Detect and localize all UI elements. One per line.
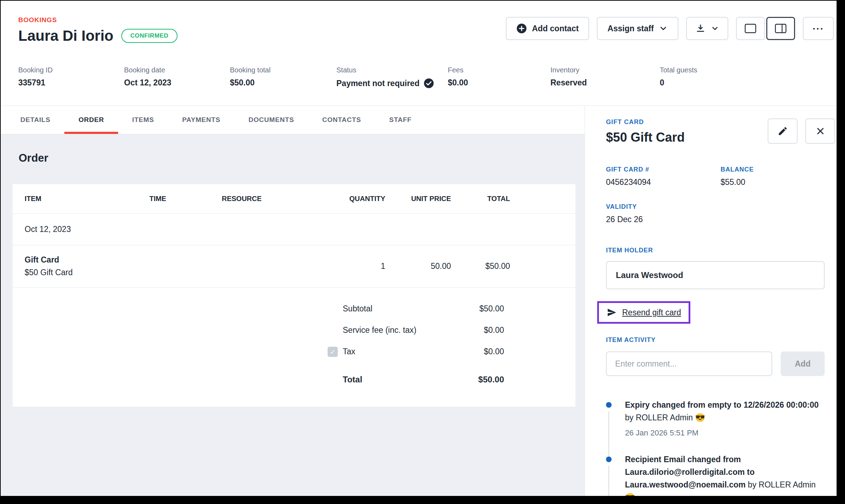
booking-summary-bar: Booking ID 335791 Booking date Oct 12, 2… xyxy=(1,44,837,106)
tax-label: Tax xyxy=(343,347,355,356)
tab-bar: DETAILS ORDER ITEMS PAYMENTS DOCUMENTS C… xyxy=(1,106,585,134)
comment-input[interactable] xyxy=(606,351,772,376)
item-activity-label: ITEM ACTIVITY xyxy=(606,336,825,344)
panel-actions xyxy=(768,118,835,144)
tab-documents[interactable]: DOCUMENTS xyxy=(234,106,308,134)
field-label: Booking ID xyxy=(18,66,124,74)
activity-event: Recipient Email changed from Laura.dilor… xyxy=(606,453,825,496)
gift-card-number-field: GIFT CARD # 0456234094 xyxy=(606,166,721,187)
item-variant: $50 Gift Card xyxy=(25,268,149,277)
balance-value: $55.00 xyxy=(721,177,825,187)
total-row: Total $50.00 xyxy=(343,369,510,390)
service-fee-value: $0.00 xyxy=(484,325,504,335)
order-content: Order ITEM TIME RESOURCE QUANTITY UNIT P… xyxy=(1,134,585,407)
header-actions: Add contact Assign staff xyxy=(506,17,834,40)
layout-split-button[interactable] xyxy=(766,17,795,40)
more-button[interactable]: ... xyxy=(803,17,834,40)
activity-event: Expiry changed from empty to 12/26/2026 … xyxy=(606,399,825,438)
timeline-dot-icon xyxy=(606,457,612,462)
item-holder-label: ITEM HOLDER xyxy=(606,247,825,254)
breadcrumb[interactable]: BOOKINGS xyxy=(18,16,178,24)
event-text-rest: by ROLLER Admin 😎 xyxy=(625,413,705,422)
resend-gift-card-link[interactable]: Resend gift card xyxy=(622,308,681,317)
tab-payments[interactable]: PAYMENTS xyxy=(168,106,234,134)
item-holder-section: ITEM HOLDER Laura Westwood xyxy=(606,247,825,289)
col-total: TOTAL xyxy=(451,195,510,203)
check-circle-icon xyxy=(424,78,434,89)
pencil-icon xyxy=(778,126,788,136)
split-pane-icon xyxy=(775,24,787,33)
tab-contacts[interactable]: CONTACTS xyxy=(308,106,375,134)
subtotal-row: Subtotal $50.00 xyxy=(343,298,510,319)
fees-field: Fees $0.00 xyxy=(448,66,550,89)
tab-details[interactable]: DETAILS xyxy=(6,106,64,134)
field-value: 335791 xyxy=(18,78,124,88)
close-icon xyxy=(815,126,826,136)
single-pane-icon xyxy=(744,24,756,33)
tax-row: ✓ Tax $0.00 xyxy=(343,341,510,362)
balance-field: BALANCE $55.00 xyxy=(721,166,825,187)
validity-value: 26 Dec 26 xyxy=(606,215,721,224)
assign-staff-button[interactable]: Assign staff xyxy=(597,17,678,40)
total-label: Total xyxy=(343,375,362,385)
tax-checkbox[interactable]: ✓ xyxy=(328,347,338,357)
total-guests-field: Total guests 0 xyxy=(660,66,697,89)
field-label: Status xyxy=(336,66,448,74)
field-value: $50.00 xyxy=(230,78,336,88)
close-panel-button[interactable] xyxy=(805,118,835,144)
booking-total-field: Booking total $50.00 xyxy=(230,66,336,89)
unit-price-cell: 50.00 xyxy=(385,261,451,271)
tax-value: $0.00 xyxy=(484,347,504,356)
order-item-row[interactable]: Gift Card $50 Gift Card 1 50.00 $50.00 xyxy=(13,245,575,287)
item-holder-box[interactable]: Laura Westwood xyxy=(606,261,825,289)
timeline-connector xyxy=(608,411,609,459)
panel-title-block: GIFT CARD $50 Gift Card xyxy=(606,118,685,145)
order-table-card: ITEM TIME RESOURCE QUANTITY UNIT PRICE T… xyxy=(13,184,575,407)
gift-card-number-label: GIFT CARD # xyxy=(606,166,721,173)
chevron-down-icon xyxy=(659,24,668,33)
col-unit-price: UNIT PRICE xyxy=(385,195,451,203)
quantity-cell: 1 xyxy=(299,261,385,271)
booking-date-field: Booking date Oct 12, 2023 xyxy=(124,66,230,89)
col-resource: RESOURCE xyxy=(222,195,299,203)
order-table-header: ITEM TIME RESOURCE QUANTITY UNIT PRICE T… xyxy=(13,184,575,214)
tab-staff[interactable]: STAFF xyxy=(375,106,426,134)
app-window: BOOKINGS Laura Di Iorio CONFIRMED Add co… xyxy=(1,1,837,496)
comment-row: Add xyxy=(606,351,825,376)
page-title: Laura Di Iorio xyxy=(18,27,114,44)
title-block: BOOKINGS Laura Di Iorio CONFIRMED xyxy=(18,16,178,44)
tab-items[interactable]: ITEMS xyxy=(118,106,168,134)
header: BOOKINGS Laura Di Iorio CONFIRMED Add co… xyxy=(1,1,837,44)
export-button[interactable] xyxy=(686,17,728,40)
total-cell: $50.00 xyxy=(451,261,510,271)
add-comment-button[interactable]: Add xyxy=(781,351,825,376)
field-value: Payment not required xyxy=(336,78,448,89)
validity-label: VALIDITY xyxy=(606,203,721,211)
layout-single-button[interactable] xyxy=(736,17,765,40)
gift-card-panel: GIFT CARD $50 Gift Card xyxy=(585,106,837,496)
subtotal-label: Subtotal xyxy=(343,304,372,314)
event-text-bold: Expiry changed from empty to 12/26/2026 … xyxy=(625,400,819,409)
subtotal-value: $50.00 xyxy=(479,304,504,314)
activity-timeline: Expiry changed from empty to 12/26/2026 … xyxy=(606,399,825,496)
total-value: $50.00 xyxy=(478,375,504,385)
order-heading: Order xyxy=(19,152,585,164)
service-fee-row: Service fee (inc. tax) $0.00 xyxy=(343,319,510,341)
panel-type-label: GIFT CARD xyxy=(606,118,685,126)
field-label: Total guests xyxy=(660,66,697,74)
event-timestamp: 26 Jan 2026 5:51 PM xyxy=(625,428,825,438)
status-badge: CONFIRMED xyxy=(121,29,178,43)
edit-button[interactable] xyxy=(768,118,798,144)
balance-label: BALANCE xyxy=(721,166,825,173)
download-icon xyxy=(695,23,706,34)
item-name: Gift Card xyxy=(25,255,149,265)
field-label: Fees xyxy=(448,66,550,74)
add-contact-button[interactable]: Add contact xyxy=(506,17,589,40)
validity-field: VALIDITY 26 Dec 26 xyxy=(606,203,721,224)
timeline-dot-icon xyxy=(606,402,612,408)
field-label: Booking total xyxy=(230,66,336,74)
tab-order[interactable]: ORDER xyxy=(64,106,118,134)
status-field: Status Payment not required xyxy=(336,66,448,89)
field-label: Booking date xyxy=(124,66,230,74)
send-icon xyxy=(607,308,617,317)
